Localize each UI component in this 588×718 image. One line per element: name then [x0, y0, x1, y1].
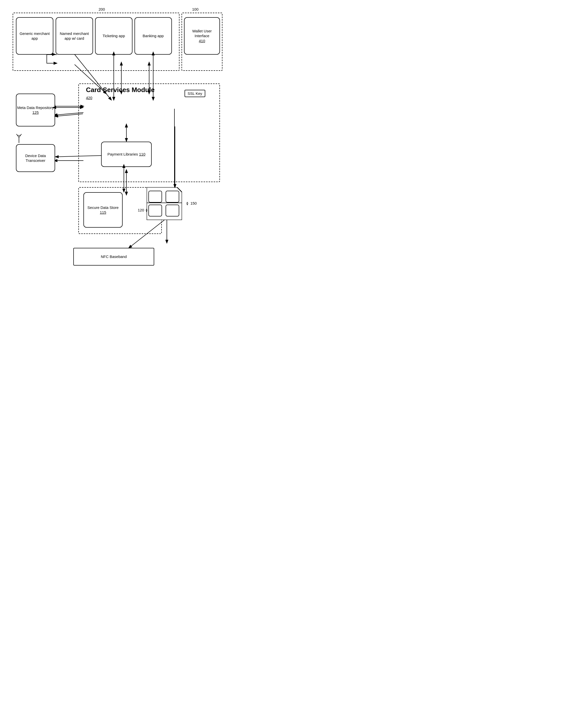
ref-120: 120 [138, 208, 148, 212]
ref-100: 100 [192, 7, 198, 12]
svg-rect-18 [166, 205, 179, 216]
generic-merchant-box: Generic merchant app [16, 17, 53, 55]
ref-110: 110 [139, 152, 145, 156]
ssl-key-box: SSL Key [185, 90, 205, 97]
ref-410: 410 [199, 39, 205, 43]
ref-150: 150 [186, 201, 197, 205]
svg-rect-17 [149, 205, 162, 216]
meta-data-box: Meta Data Repository 125 [16, 94, 55, 126]
ref-125: 125 [33, 110, 39, 115]
ref-115: 115 [100, 210, 106, 214]
ref-200: 200 [99, 7, 105, 12]
device-data-box: Device Data Transceiver [16, 144, 55, 172]
antenna-icon [15, 133, 23, 144]
diagram-container: 200 100 Generic merchant app Named merch… [0, 0, 228, 278]
svg-line-13 [19, 134, 21, 137]
named-merchant-box: Named merchant app w/ card [56, 17, 93, 55]
ref-420: 420 [86, 96, 92, 100]
card-services-region [78, 83, 220, 182]
nfc-baseband-box: NFC Baseband [73, 248, 154, 266]
ticketing-app-box: Ticketing app [95, 17, 132, 55]
payment-libraries-box: Payment Libraries 110 [101, 142, 152, 167]
banking-app-box: Banking app [134, 17, 172, 55]
svg-rect-15 [149, 191, 162, 202]
secure-data-box: Secure Data Store 115 [83, 192, 123, 228]
sim-card [147, 187, 182, 220]
card-services-label: Card Services Module [86, 86, 155, 94]
svg-line-12 [17, 134, 19, 137]
svg-rect-16 [166, 191, 179, 202]
wallet-ui-box: Wallet User Interface 410 [184, 17, 220, 55]
